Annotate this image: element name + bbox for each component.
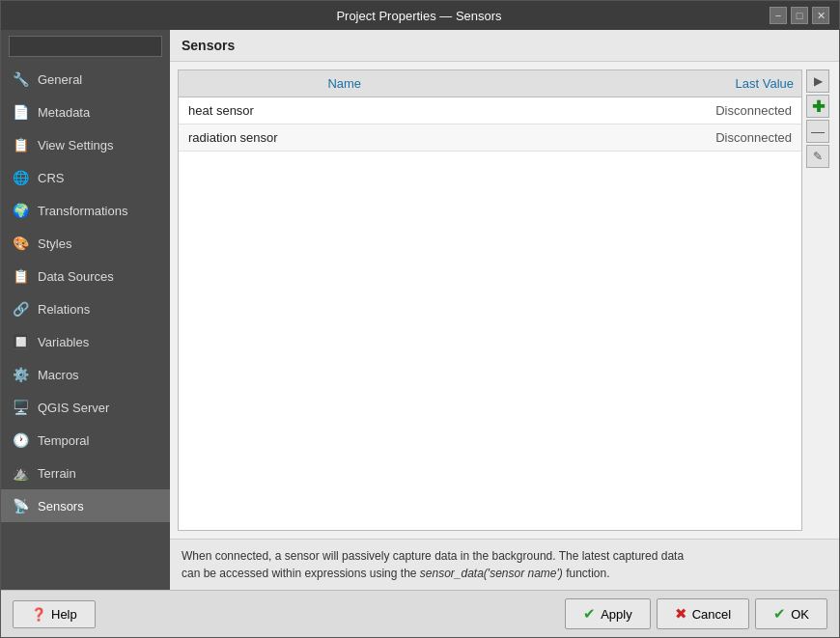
- sidebar-item-styles[interactable]: 🎨Styles: [1, 227, 170, 260]
- cancel-button[interactable]: ✖ Cancel: [657, 598, 749, 629]
- sidebar-item-label-variables: Variables: [38, 335, 89, 349]
- footer: ❓ Help ✔ Apply ✖ Cancel ✔ OK: [1, 590, 839, 637]
- sensor-value-cell: Disconnected: [510, 97, 801, 125]
- sensor-panel: Name Last Value heat sensorDisconnectedr…: [170, 62, 839, 539]
- footer-left: ❓ Help: [13, 600, 96, 628]
- sensor-table: Name Last Value heat sensorDisconnectedr…: [179, 70, 801, 152]
- sidebar-item-label-terrain: Terrain: [38, 466, 76, 481]
- info-text: When connected, a sensor will passively …: [170, 539, 839, 590]
- sidebar-item-label-styles: Styles: [38, 236, 71, 251]
- sensor-value-cell: Disconnected: [510, 125, 801, 152]
- search-input[interactable]: [9, 36, 162, 57]
- column-header-last-value: Last Value: [510, 70, 801, 97]
- ok-icon: ✔: [773, 605, 786, 623]
- cancel-icon: ✖: [675, 605, 687, 623]
- qgis-server-icon: 🖥️: [11, 398, 30, 417]
- info-line3: function.: [563, 567, 610, 580]
- section-title: Sensors: [170, 30, 839, 62]
- sensors-icon: 📡: [11, 496, 30, 515]
- relations-icon: 🔗: [11, 299, 30, 319]
- add-sensor-button[interactable]: ✚: [806, 95, 829, 118]
- sensor-table-body: heat sensorDisconnectedradiation sensorD…: [179, 97, 801, 152]
- ok-label: OK: [791, 607, 809, 622]
- info-line1: When connected, a sensor will passively …: [182, 549, 684, 563]
- sidebar-item-qgis-server[interactable]: 🖥️QGIS Server: [1, 391, 170, 424]
- window-controls: − □ ✕: [770, 7, 829, 24]
- minimize-button[interactable]: −: [770, 7, 787, 24]
- sidebar-item-sensors[interactable]: 📡Sensors: [1, 489, 170, 522]
- sidebar-item-data-sources[interactable]: 📋Data Sources: [1, 260, 170, 292]
- window-title: Project Properties — Sensors: [69, 9, 770, 23]
- sidebar-item-label-view-settings: View Settings: [38, 138, 114, 153]
- general-icon: 🔧: [11, 69, 30, 89]
- title-bar: Project Properties — Sensors − □ ✕: [1, 1, 839, 30]
- sidebar-item-metadata[interactable]: 📄Metadata: [1, 96, 170, 128]
- apply-icon: ✔: [583, 605, 596, 623]
- macros-icon: ⚙️: [11, 365, 30, 384]
- sidebar-item-label-qgis-server: QGIS Server: [38, 401, 109, 415]
- close-button[interactable]: ✕: [812, 7, 829, 24]
- sidebar-item-transformations[interactable]: 🌍Transformations: [1, 194, 170, 227]
- sidebar-item-label-crs: CRS: [38, 171, 64, 185]
- remove-sensor-button[interactable]: —: [806, 120, 829, 143]
- sidebar-item-general[interactable]: 🔧General: [1, 63, 170, 96]
- view-settings-icon: 📋: [11, 135, 30, 154]
- help-button[interactable]: ❓ Help: [13, 600, 96, 628]
- sidebar-item-label-relations: Relations: [38, 302, 90, 317]
- sidebar: 🔧General📄Metadata📋View Settings🌐CRS🌍Tran…: [1, 30, 170, 590]
- help-icon: ❓: [31, 607, 46, 622]
- data-sources-icon: 📋: [11, 266, 30, 286]
- apply-button[interactable]: ✔ Apply: [565, 598, 651, 629]
- sensor-name-cell: heat sensor: [179, 97, 510, 125]
- cancel-label: Cancel: [692, 607, 731, 622]
- window-body: 🔧General📄Metadata📋View Settings🌐CRS🌍Tran…: [1, 30, 839, 590]
- sidebar-item-terrain[interactable]: ⛰️Terrain: [1, 457, 170, 489]
- sensor-side-buttons: ▶ ✚ — ✎: [806, 69, 831, 531]
- sidebar-item-label-sensors: Sensors: [38, 499, 84, 513]
- sidebar-item-label-temporal: Temporal: [38, 433, 89, 448]
- info-function: sensor_data('sensor name'): [420, 567, 563, 580]
- sidebar-item-label-metadata: Metadata: [38, 105, 90, 120]
- info-line2: can be accessed within expressions using…: [182, 567, 420, 580]
- table-row[interactable]: heat sensorDisconnected: [179, 97, 801, 125]
- sensor-name-cell: radiation sensor: [179, 125, 510, 152]
- temporal-icon: 🕐: [11, 430, 30, 450]
- play-button[interactable]: ▶: [806, 69, 829, 93]
- terrain-icon: ⛰️: [11, 463, 30, 483]
- sidebar-item-crs[interactable]: 🌐CRS: [1, 161, 170, 194]
- sidebar-item-relations[interactable]: 🔗Relations: [1, 292, 170, 325]
- sidebar-item-label-macros: Macros: [38, 368, 79, 382]
- help-label: Help: [51, 607, 77, 622]
- apply-label: Apply: [601, 607, 632, 622]
- search-bar: [1, 30, 170, 63]
- table-row[interactable]: radiation sensorDisconnected: [179, 125, 801, 152]
- variables-icon: 🔲: [11, 332, 30, 351]
- crs-icon: 🌐: [11, 168, 30, 187]
- maximize-button[interactable]: □: [791, 7, 808, 24]
- sidebar-item-view-settings[interactable]: 📋View Settings: [1, 128, 170, 161]
- ok-button[interactable]: ✔ OK: [755, 598, 827, 629]
- sidebar-item-variables[interactable]: 🔲Variables: [1, 325, 170, 358]
- sidebar-item-label-transformations: Transformations: [38, 204, 127, 218]
- metadata-icon: 📄: [11, 102, 30, 122]
- edit-sensor-button[interactable]: ✎: [806, 145, 829, 168]
- sidebar-item-label-data-sources: Data Sources: [38, 269, 114, 284]
- footer-right: ✔ Apply ✖ Cancel ✔ OK: [565, 598, 827, 629]
- sidebar-items: 🔧General📄Metadata📋View Settings🌐CRS🌍Tran…: [1, 63, 170, 522]
- column-header-name: Name: [179, 70, 510, 97]
- transformations-icon: 🌍: [11, 201, 30, 220]
- sidebar-item-label-general: General: [38, 72, 82, 87]
- main-content: Sensors Name Last Value heat sensorDisco…: [170, 30, 839, 590]
- sidebar-item-temporal[interactable]: 🕐Temporal: [1, 424, 170, 457]
- main-window: Project Properties — Sensors − □ ✕ 🔧Gene…: [0, 0, 840, 638]
- table-header-row: Name Last Value: [179, 70, 801, 97]
- styles-icon: 🎨: [11, 234, 30, 253]
- sensor-table-area: Name Last Value heat sensorDisconnectedr…: [178, 69, 802, 531]
- sidebar-item-macros[interactable]: ⚙️Macros: [1, 358, 170, 391]
